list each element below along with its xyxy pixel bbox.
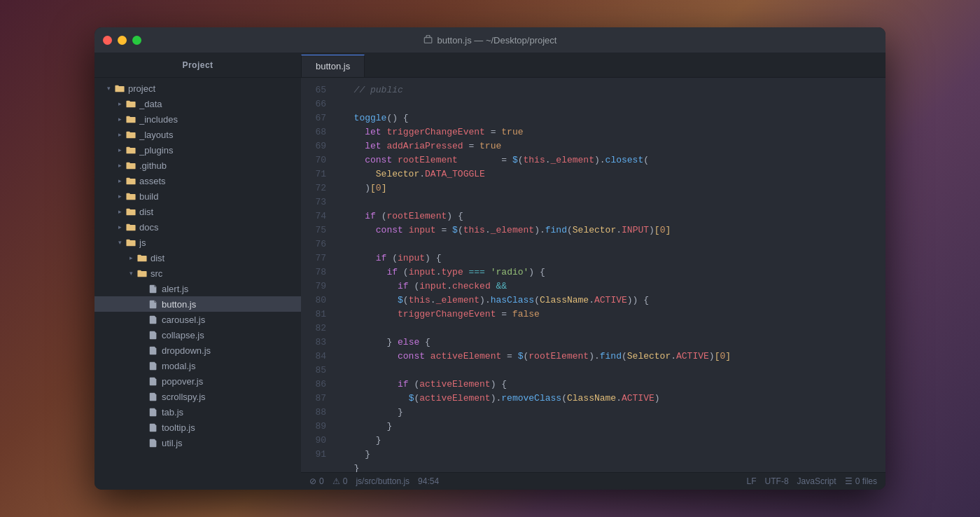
status-errors: ⊘ 0 bbox=[309, 476, 324, 486]
sidebar-item-docs[interactable]: docs bbox=[94, 219, 301, 235]
status-warnings: ⚠ 0 bbox=[332, 476, 348, 486]
sidebar-item-collapse-js[interactable]: collapse.js bbox=[94, 327, 301, 343]
sidebar-item-github[interactable]: .github bbox=[94, 158, 301, 173]
folder-icon bbox=[114, 83, 125, 94]
sidebar-item-dist[interactable]: dist bbox=[94, 204, 301, 219]
folder-icon bbox=[125, 98, 136, 109]
svg-rect-0 bbox=[424, 38, 432, 43]
folder-icon bbox=[125, 221, 136, 233]
traffic-lights bbox=[103, 36, 141, 45]
chevron-icon bbox=[114, 221, 125, 233]
sidebar-item-dropdown-js[interactable]: dropdown.js bbox=[94, 343, 301, 358]
file-icon bbox=[148, 360, 159, 371]
chevron-icon bbox=[114, 206, 125, 217]
folder-icon bbox=[125, 144, 136, 156]
status-cursor: 94:54 bbox=[418, 476, 439, 486]
chevron-icon bbox=[103, 83, 114, 94]
file-icon bbox=[148, 298, 159, 310]
maximize-button[interactable] bbox=[132, 36, 141, 45]
chevron-icon bbox=[114, 98, 125, 109]
sidebar-item-button-js[interactable]: button.js bbox=[94, 296, 301, 312]
file-icon bbox=[148, 345, 159, 356]
status-left: ⊘ 0 ⚠ 0 js/src/button.js 94:54 bbox=[309, 476, 439, 486]
title-bar: button.js — ~/Desktop/project bbox=[94, 27, 886, 53]
folder-icon bbox=[125, 129, 136, 140]
sidebar-item-build[interactable]: build bbox=[94, 188, 301, 204]
status-encoding: UTF-8 bbox=[765, 476, 789, 486]
sidebar-item-tab-js[interactable]: tab.js bbox=[94, 404, 301, 420]
sidebar-item-plugins[interactable]: _plugins bbox=[94, 142, 301, 158]
folder-icon bbox=[125, 191, 136, 202]
window-title: button.js — ~/Desktop/project bbox=[424, 35, 557, 46]
file-icon bbox=[148, 375, 159, 387]
folder-icon bbox=[125, 237, 136, 248]
chevron-icon bbox=[114, 160, 125, 171]
folder-icon bbox=[136, 268, 148, 279]
file-icon bbox=[148, 437, 159, 448]
sidebar-item-carousel-js[interactable]: carousel.js bbox=[94, 312, 301, 327]
sidebar-item-layouts[interactable]: _layouts bbox=[94, 127, 301, 142]
sidebar-tree[interactable]: project _data _includes bbox=[94, 78, 301, 490]
tab-bar: button.js bbox=[301, 53, 886, 78]
main-window: button.js — ~/Desktop/project Project pr… bbox=[94, 27, 886, 490]
folder-icon bbox=[125, 160, 136, 171]
sidebar-item-js[interactable]: js bbox=[94, 235, 301, 250]
chevron-icon bbox=[114, 191, 125, 202]
folder-icon bbox=[136, 252, 148, 263]
sidebar-item-modal-js[interactable]: modal.js bbox=[94, 358, 301, 373]
status-files: ☰ 0 files bbox=[845, 476, 877, 486]
file-icon bbox=[148, 329, 159, 340]
code-content[interactable]: // public toggle() { let triggerChangeEv… bbox=[337, 78, 886, 472]
error-icon: ⊘ bbox=[309, 476, 316, 486]
sidebar-item-util-js[interactable]: util.js bbox=[94, 435, 301, 450]
status-line-ending: LF bbox=[747, 476, 757, 486]
sidebar-item-tooltip-js[interactable]: tooltip.js bbox=[94, 420, 301, 435]
file-icon bbox=[148, 422, 159, 433]
chevron-icon bbox=[114, 175, 125, 186]
status-bar: ⊘ 0 ⚠ 0 js/src/button.js 94:54 bbox=[301, 472, 886, 490]
chevron-icon bbox=[125, 268, 136, 279]
file-icon bbox=[148, 314, 159, 325]
chevron-icon bbox=[114, 237, 125, 248]
minimize-button[interactable] bbox=[118, 36, 127, 45]
folder-icon bbox=[125, 206, 136, 217]
sidebar: Project project _data bbox=[94, 53, 301, 490]
status-right: LF UTF-8 JavaScript ☰ 0 files bbox=[747, 476, 877, 486]
code-editor[interactable]: 65 66 67 68 69 70 71 72 73 74 75 76 77 7… bbox=[301, 78, 886, 472]
chevron-icon bbox=[114, 144, 125, 156]
main-area: Project project _data bbox=[94, 53, 886, 490]
folder-icon bbox=[125, 113, 136, 125]
status-filepath: js/src/button.js bbox=[356, 476, 410, 486]
sidebar-item-scrollspy-js[interactable]: scrollspy.js bbox=[94, 389, 301, 404]
warning-icon: ⚠ bbox=[332, 476, 340, 486]
folder-icon bbox=[125, 175, 136, 186]
sidebar-item-alert-js[interactable]: alert.js bbox=[94, 281, 301, 296]
status-language: JavaScript bbox=[797, 476, 836, 486]
chevron-icon bbox=[125, 252, 136, 263]
chevron-icon bbox=[114, 113, 125, 125]
sidebar-header: Project bbox=[94, 53, 301, 78]
file-icon bbox=[148, 283, 159, 294]
sidebar-item-data[interactable]: _data bbox=[94, 96, 301, 111]
sidebar-item-assets[interactable]: assets bbox=[94, 173, 301, 188]
chevron-icon bbox=[114, 129, 125, 140]
file-count-icon: ☰ bbox=[845, 476, 853, 486]
sidebar-item-project[interactable]: project bbox=[94, 81, 301, 96]
editor-area: button.js 65 66 67 68 69 70 71 72 73 74 … bbox=[301, 53, 886, 490]
file-icon bbox=[148, 391, 159, 402]
sidebar-item-includes[interactable]: _includes bbox=[94, 111, 301, 127]
sidebar-item-popover-js[interactable]: popover.js bbox=[94, 373, 301, 389]
sidebar-item-js-src[interactable]: src bbox=[94, 266, 301, 281]
file-icon bbox=[148, 406, 159, 418]
sidebar-item-js-dist[interactable]: dist bbox=[94, 250, 301, 266]
line-numbers: 65 66 67 68 69 70 71 72 73 74 75 76 77 7… bbox=[301, 78, 337, 472]
close-button[interactable] bbox=[103, 36, 112, 45]
tab-button-js[interactable]: button.js bbox=[301, 55, 365, 77]
